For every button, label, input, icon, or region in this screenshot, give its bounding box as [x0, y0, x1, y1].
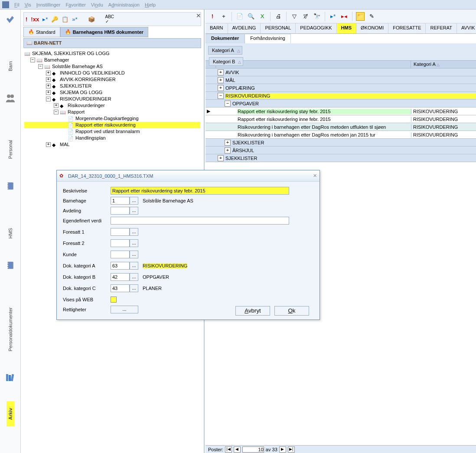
kategori-a-button[interactable]: Kategori A△ — [208, 46, 242, 55]
pencil-icon[interactable]: ✎ — [367, 12, 376, 21]
tab-standard[interactable]: 🔥Standard — [23, 27, 60, 37]
main-tab-pedagogikk[interactable]: PEDAGOGIKK — [296, 23, 336, 33]
tree-r3[interactable]: 📄Rapport ved utløst brannalarm — [24, 128, 200, 135]
expander-icon[interactable]: + — [46, 71, 51, 75]
box-icon[interactable]: 📦 — [88, 16, 95, 23]
sidebar-tab-personaldok[interactable]: Personaldokumenter — [7, 299, 14, 360]
sidebar-tab-arkiv[interactable]: Arkiv — [7, 401, 14, 427]
main-tab-hms[interactable]: HMS — [337, 23, 356, 33]
tree-barnehager[interactable]: −📖Barnehager — [24, 57, 200, 63]
grid-group-row[interactable]: +AVVIK — [205, 68, 476, 76]
tree-risiko-sub[interactable]: +◆Risikovurderinger — [24, 102, 200, 109]
grid-group-row[interactable]: +MÅL — [205, 76, 476, 84]
kunde-input[interactable] — [111, 251, 130, 258]
grid-group-row[interactable]: +OPPLÆRING — [205, 84, 476, 92]
main-tab-personal[interactable]: PERSONAL — [261, 23, 296, 33]
close-icon[interactable]: ✕ — [196, 12, 201, 19]
foresatt1-lookup-button[interactable]: ... — [130, 228, 138, 236]
egendef-input[interactable] — [111, 217, 289, 225]
tree-skjema[interactable]: +◆SKJEMA OG LOGG — [24, 89, 200, 96]
copy-icon[interactable]: 📋 — [62, 16, 68, 23]
grid-data-row[interactable]: ▶Rapport etter risikovurdering støy febr… — [205, 108, 476, 115]
menu-favoritter[interactable]: Favoritter — [65, 2, 85, 7]
tree-avvik[interactable]: +◆AVVIK-KORRIGERINGER — [24, 76, 200, 83]
tree-risiko[interactable]: −◆RISIKOVURDERINGER — [24, 96, 200, 102]
dokB-lookup-button[interactable]: ... — [130, 273, 138, 281]
grid-group-row[interactable]: +SJEKKLISTER — [205, 139, 476, 147]
grid-group-row[interactable]: −OPPGAVER — [205, 100, 476, 108]
tree-sjekk[interactable]: +◆SJEKKLISTER — [24, 83, 200, 89]
expander-icon[interactable]: − — [225, 101, 231, 107]
nav-first-icon[interactable]: |◀ — [225, 446, 232, 453]
current-record-input[interactable] — [242, 446, 264, 453]
menu-administrasjon[interactable]: Administrasjon — [108, 2, 140, 7]
dialog-titlebar[interactable]: ✿ DAR_14_32310_0000_1_HMS316.TXM ✕ — [57, 170, 320, 182]
sidebar-tab-barn[interactable]: Barn — [7, 52, 14, 80]
main-tab-avvik[interactable]: AVVIK — [457, 23, 476, 33]
nav-prev-icon[interactable]: ◀ — [234, 446, 241, 453]
nav-next-icon[interactable]: ▶ — [279, 446, 286, 453]
expander-icon[interactable]: + — [225, 140, 231, 146]
grid-group-row[interactable]: −RISIKOVURDERING — [205, 92, 476, 100]
funnel-icon[interactable]: ▽ — [290, 12, 299, 21]
kunde-lookup-button[interactable]: ... — [130, 251, 138, 258]
binoculars-icon[interactable]: 🔭 — [313, 12, 321, 21]
grid-data-row[interactable]: Risikovurdering i barnehagen etter DagRo… — [205, 123, 476, 131]
flag-red-icon[interactable]: ▸◂ — [340, 12, 349, 21]
expander-icon[interactable]: − — [38, 64, 43, 69]
expander-icon[interactable]: + — [218, 85, 224, 91]
dokC-input[interactable] — [111, 284, 130, 292]
exclaim-icon[interactable]: ! — [208, 12, 217, 21]
grid-data-row[interactable]: Risikovurdering i barnehagen etter DagRo… — [205, 131, 476, 139]
barnehage-lookup-button[interactable]: ... — [130, 197, 138, 205]
dialog-close-icon[interactable]: ✕ — [313, 173, 317, 179]
spellcheck-icon[interactable]: ABC✓ — [105, 14, 114, 24]
sidebar-tab-personal[interactable]: Personal — [7, 131, 14, 167]
tree-mal[interactable]: +◆MAL — [24, 141, 200, 148]
subtab-dokumenter[interactable]: Dokumenter — [205, 34, 245, 43]
tree-r4[interactable]: 📄Handlingsplan — [24, 135, 200, 141]
main-tab-økonomi[interactable]: ØKONOMI — [356, 23, 388, 33]
main-tab-referat[interactable]: REFERAT — [426, 23, 457, 33]
grid-data-row[interactable]: Rapport etter risikovurdering inne febr.… — [205, 115, 476, 123]
search-icon[interactable]: 🔍 — [247, 12, 255, 21]
expander-icon[interactable]: − — [46, 97, 51, 101]
sidebar-tab-hms[interactable]: HMS — [7, 219, 14, 247]
main-tab-barn[interactable]: BARN — [205, 23, 228, 33]
avdeling-lookup-button[interactable]: ... — [130, 207, 138, 215]
doc-icon[interactable]: 📄 — [235, 12, 244, 21]
expander-icon[interactable]: + — [46, 142, 51, 147]
tree-innhold[interactable]: +◆INNHOLD OG VEDLIKEHOLD — [24, 70, 200, 76]
dokA-lookup-button[interactable]: ... — [130, 262, 138, 270]
ok-button[interactable]: Ok — [274, 306, 309, 316]
flag-blue-icon[interactable]: ▸* — [329, 12, 337, 21]
foresatt2-input[interactable] — [111, 239, 130, 247]
barnehage-input[interactable] — [111, 197, 130, 205]
menu-vindu[interactable]: Vindu — [91, 2, 103, 7]
nav-last-icon[interactable]: ▶| — [288, 446, 295, 453]
expander-icon[interactable]: − — [218, 93, 224, 99]
expander-icon[interactable]: + — [46, 90, 51, 95]
expander-icon[interactable]: + — [46, 84, 51, 88]
tree-root[interactable]: 📖SKJEMA, SJEKKLISTER OG LOGG — [24, 50, 200, 57]
expander-icon[interactable]: + — [46, 77, 51, 82]
tree-r1[interactable]: 📄Morgenmøte-Dagskartlegging — [24, 115, 200, 122]
foresatt1-input[interactable] — [111, 228, 130, 236]
key-icon[interactable]: 🔑 — [51, 16, 58, 23]
tree-rapport[interactable]: −📖Rapport — [24, 109, 200, 115]
folder-icon[interactable]: 📁 — [356, 12, 365, 21]
subtab-forhandsvisning[interactable]: Forhåndsvisning — [245, 34, 291, 43]
menu-hjelp[interactable]: Hjelp — [145, 2, 156, 7]
exclaim-icon[interactable]: ! — [26, 16, 27, 23]
dokC-lookup-button[interactable]: ... — [130, 284, 138, 292]
kategori-b-button[interactable]: Kategori B△ — [209, 57, 243, 66]
vises-checkbox[interactable] — [111, 297, 117, 303]
menu-innstillinger[interactable]: Innstillinger — [36, 2, 61, 7]
expander-icon[interactable]: + — [218, 155, 224, 161]
double-arrow-icon[interactable]: »* — [72, 16, 77, 23]
excel-icon[interactable]: X — [258, 12, 267, 21]
col-dokument[interactable]: Dokument — [216, 61, 411, 68]
grid-group-row[interactable]: +SJEKKLISTER — [205, 154, 476, 162]
plus-icon[interactable]: + — [219, 12, 228, 21]
rettigheter-button[interactable]: ... — [111, 306, 138, 313]
